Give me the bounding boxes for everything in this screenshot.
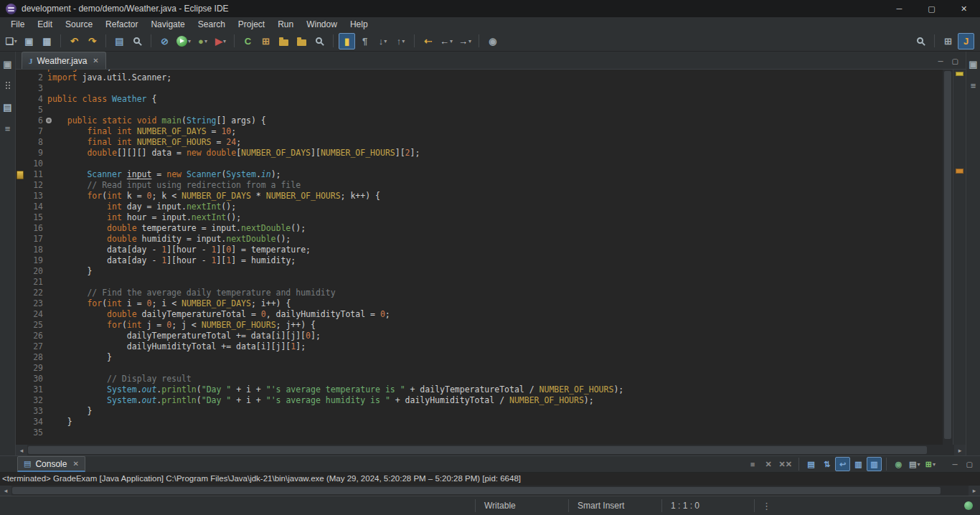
scroll-lock-button[interactable]: ⇅ [819,457,834,471]
outline-view-button[interactable]: ≡ [967,79,980,92]
gutter-annotation-column[interactable] [16,266,24,277]
code-line[interactable]: 12 // Read input using redirection from … [16,180,943,191]
minimize-editor-icon[interactable]: ─ [938,57,943,65]
gutter-annotation-column[interactable] [16,72,24,83]
line-number[interactable]: 10 [24,159,43,169]
show-stderr-button[interactable]: ▥ [867,457,882,471]
minimize-button[interactable]: ─ [883,0,915,17]
external-tools-button[interactable]: ▶▾ [212,33,229,49]
tab-console[interactable]: ▤ Console ✕ [17,456,85,472]
code-line[interactable]: 31 System.out.println("Day " + i + "'s a… [16,384,943,395]
menu-project[interactable]: Project [232,19,271,30]
code-line[interactable]: 13 for(int k = 0; k < NUMBER_OF_DAYS * N… [16,191,943,202]
search-button[interactable] [913,33,929,49]
code-line[interactable]: 21 [16,277,943,288]
line-number[interactable]: 12 [24,180,43,191]
code-line[interactable]: 25 for(int j = 0; j < NUMBER_OF_HOURS; j… [16,320,943,331]
console-scrollbar-thumb[interactable] [12,487,941,494]
terminate-button[interactable]: ■ [745,457,760,471]
console-output[interactable]: <terminated> GradeExam [Java Application… [0,473,980,486]
close-button[interactable]: ✕ [948,0,980,17]
scroll-left-icon[interactable]: ◂ [0,486,11,496]
code-line[interactable]: 16 double temperature = input.nextDouble… [16,223,943,234]
gutter-annotation-column[interactable] [16,384,24,395]
gutter-annotation-column[interactable] [16,309,24,320]
line-number[interactable]: 8 [24,137,43,148]
line-number[interactable]: 14 [24,202,43,212]
code-editor[interactable]: 1package demo;2import java.util.Scanner;… [16,70,943,445]
gutter-annotation-column[interactable] [16,298,24,309]
gutter-annotation-column[interactable] [16,137,24,148]
gutter-annotation-column[interactable] [16,202,24,212]
gutter-annotation-column[interactable] [16,94,24,105]
line-number[interactable]: 24 [24,309,43,320]
line-number[interactable]: 11 [24,169,43,180]
gutter-annotation-column[interactable] [16,234,24,245]
debug-button[interactable]: ●▾ [194,33,211,49]
gutter-annotation-column[interactable] [16,417,24,427]
menu-navigate[interactable]: Navigate [144,19,191,30]
word-wrap-button[interactable]: ↩ [835,457,850,471]
code-line[interactable]: 23 for(int i = 0; i < NUMBER_OF_DAYS; i+… [16,298,943,309]
editor-vertical-scrollbar[interactable] [943,70,953,445]
menu-help[interactable]: Help [344,19,374,30]
line-number[interactable]: 33 [24,406,43,417]
skip-breakpoints-button[interactable]: ⊘ [156,33,173,49]
vertical-scrollbar-thumb[interactable] [944,71,951,439]
gutter-annotation-column[interactable] [16,148,24,159]
menu-window[interactable]: Window [300,19,344,30]
pin-editor-button[interactable]: ◉ [484,33,501,49]
gutter-annotation-column[interactable] [16,191,24,202]
line-number[interactable]: 31 [24,384,43,395]
code-line[interactable]: 14 int day = input.nextInt(); [16,202,943,212]
code-line[interactable]: 24 double dailyTemperatureTotal = 0, dai… [16,309,943,320]
code-line[interactable]: 27 dailyHumidityTotal += data[i][j][1]; [16,341,943,352]
undo-button[interactable]: ↶ [66,33,83,49]
code-line[interactable]: 8 final int NUMBER_OF_HOURS = 24; [16,137,943,148]
code-line[interactable]: 6 public static void main(String[] args)… [16,115,943,126]
gutter-annotation-column[interactable] [16,115,24,126]
save-all-button[interactable]: ▦ [39,33,55,49]
line-number[interactable]: 34 [24,417,43,427]
gutter-annotation-column[interactable] [16,277,24,288]
new-java-package-button[interactable]: ⊞ [258,33,274,49]
menu-refactor[interactable]: Refactor [99,19,144,30]
line-number[interactable]: 13 [24,191,43,202]
maximize-console-icon[interactable]: ▢ [966,460,973,468]
line-number[interactable]: 26 [24,331,43,341]
open-type-button[interactable] [275,33,292,49]
menu-edit[interactable]: Edit [31,19,59,30]
code-line[interactable]: 10 [16,159,943,169]
code-line[interactable]: 35 [16,427,943,438]
open-console-button[interactable]: ▤ [111,33,128,49]
notifications-icon[interactable] [964,501,973,510]
menu-run[interactable]: Run [271,19,300,30]
view-drag-handle-button[interactable] [1,79,14,92]
menu-source[interactable]: Source [59,19,99,30]
scroll-left-icon[interactable]: ◂ [16,445,27,455]
display-selected-console-button[interactable]: ▤▾ [907,457,922,471]
restore-view-button[interactable]: ▣ [967,57,980,70]
remove-launch-button[interactable]: ✕ [761,457,776,471]
clear-console-button[interactable]: ▤ [804,457,819,471]
mark-occurrences-button[interactable]: ▮ [339,33,355,49]
code-line[interactable]: 19 data[day - 1][hour - 1][1] = humidity… [16,255,943,266]
line-number[interactable]: 15 [24,212,43,223]
java-perspective-button[interactable]: J [958,33,974,49]
gutter-annotation-column[interactable] [16,320,24,331]
back-button[interactable]: ←▾ [438,33,455,49]
line-number[interactable]: 25 [24,320,43,331]
line-number[interactable]: 28 [24,352,43,363]
code-line[interactable]: 18 data[day - 1][hour - 1][0] = temperat… [16,245,943,255]
line-number[interactable]: 9 [24,148,43,159]
gutter-annotation-column[interactable] [16,159,24,169]
code-line[interactable]: 30 // Display result [16,374,943,384]
console-scrollbar-track[interactable] [11,486,969,496]
run-button[interactable]: ▾ [174,33,193,49]
code-line[interactable]: 33 } [16,406,943,417]
gutter-annotation-column[interactable] [16,126,24,137]
next-annotation-button[interactable]: ↓▾ [374,33,391,49]
line-number[interactable]: 27 [24,341,43,352]
forward-button[interactable]: →▾ [456,33,473,49]
gutter-annotation-column[interactable] [16,331,24,341]
